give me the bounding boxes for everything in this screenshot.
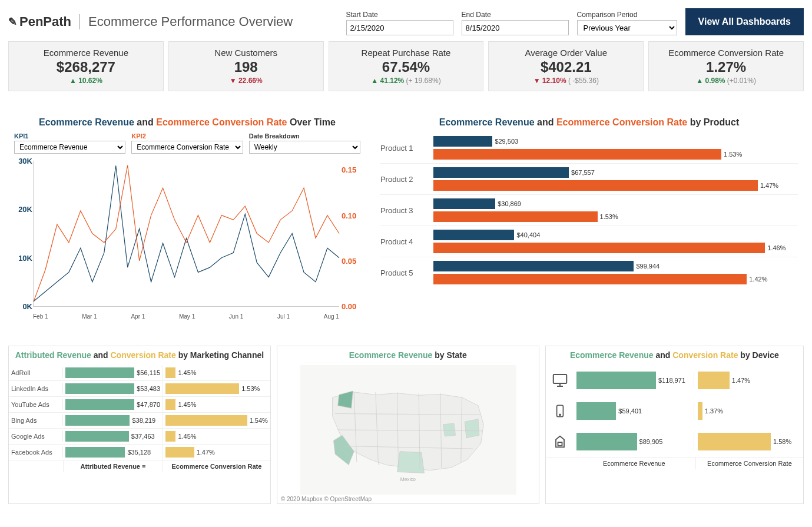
title-part: by Product bbox=[690, 117, 740, 127]
revenue-label: $67,557 bbox=[571, 169, 595, 176]
start-date-input[interactable] bbox=[346, 20, 453, 35]
x-tick: Jun 1 bbox=[229, 313, 243, 320]
revenue-label: $53,483 bbox=[137, 385, 160, 392]
revenue-label: $40,404 bbox=[516, 231, 540, 238]
kpi-value: 1.27% bbox=[652, 59, 800, 75]
conv-bar bbox=[698, 372, 730, 389]
svg-text:Mexico: Mexico bbox=[400, 477, 416, 482]
channel-name: Bing Ads bbox=[9, 415, 63, 426]
arrow-up-icon: ▲ 41.12% bbox=[371, 77, 404, 85]
view-all-dashboards-button[interactable]: View All Dashboards bbox=[685, 8, 804, 35]
channel-name: YouTube Ads bbox=[9, 399, 63, 410]
revenue-bar bbox=[433, 167, 569, 178]
x-tick: Jul 1 bbox=[277, 313, 290, 320]
tablet-icon bbox=[549, 431, 571, 452]
brand-logo: ✎ PenPath bbox=[8, 14, 80, 29]
kpi-value: 67.54% bbox=[333, 59, 480, 75]
revenue-bar bbox=[576, 402, 617, 420]
kpi-row: Ecommerce Revenue $268,277 ▲ 10.62% New … bbox=[0, 41, 812, 97]
conv-label: 1.53% bbox=[724, 151, 742, 158]
product-name: Product 5 bbox=[380, 269, 433, 277]
kpi1-select[interactable]: Ecommerce Revenue bbox=[14, 141, 125, 154]
kpi-card: Ecommerce Conversion Rate 1.27% ▲ 0.98% … bbox=[648, 41, 804, 91]
title-part: and bbox=[537, 117, 556, 127]
pen-icon: ✎ bbox=[8, 15, 17, 28]
end-date-input[interactable] bbox=[462, 20, 569, 35]
title-part: and bbox=[655, 350, 672, 360]
bottom-row: Attributed Revenue and Conversion Rate b… bbox=[0, 334, 812, 512]
header-controls: Start Date End Date Comparison Period Pr… bbox=[346, 8, 804, 35]
channel-row: Bing Ads $38,219 1.54% bbox=[9, 412, 270, 428]
revenue-label: $29,503 bbox=[495, 138, 518, 145]
svg-point-15 bbox=[559, 415, 561, 416]
kpi-value: $402.21 bbox=[492, 59, 639, 75]
y1-tick: 10K bbox=[16, 253, 32, 262]
conv-bar bbox=[165, 447, 194, 458]
conv-label: 1.53% bbox=[241, 385, 260, 392]
col-header: Attributed Revenue bbox=[81, 463, 140, 470]
product-row: Product 1 $29,503 1.53% bbox=[380, 132, 798, 163]
revenue-bar bbox=[576, 433, 637, 450]
col-header: Ecommerce Conversion Rate bbox=[696, 458, 803, 469]
kpi-card: Repeat Purchase Rate 67.54% ▲ 41.12% (+ … bbox=[329, 41, 484, 91]
mid-row: Ecommerce Revenue and Ecommerce Conversi… bbox=[0, 97, 812, 334]
arrow-down-icon: ▼ 22.66% bbox=[230, 77, 263, 85]
conv-label: 1.53% bbox=[600, 213, 618, 220]
start-date-label: Start Date bbox=[346, 11, 453, 19]
conv-bar bbox=[698, 402, 702, 420]
revenue-bar bbox=[65, 367, 134, 378]
title-part: and bbox=[94, 350, 111, 360]
title-part-and: and bbox=[137, 117, 156, 127]
header: ✎ PenPath Ecommerce Performance Overview… bbox=[0, 0, 812, 41]
channel-row: Google Ads $37,463 1.45% bbox=[9, 428, 270, 444]
conv-bar bbox=[698, 433, 771, 450]
conv-bar bbox=[433, 243, 765, 253]
x-tick: Aug 1 bbox=[324, 313, 339, 320]
revenue-label: $37,463 bbox=[131, 433, 155, 440]
conv-label: 1.37% bbox=[705, 407, 723, 415]
over-time-panel: Ecommerce Revenue and Ecommerce Conversi… bbox=[8, 115, 366, 328]
product-name: Product 2 bbox=[380, 175, 433, 184]
date-breakdown-label: Date Breakdown bbox=[249, 132, 360, 140]
conv-bar bbox=[433, 274, 747, 284]
mobile-icon bbox=[549, 400, 571, 422]
kpi2-select[interactable]: Ecommerce Conversion Rate bbox=[131, 141, 243, 154]
conv-bar bbox=[165, 431, 175, 442]
arrow-up-icon: ▲ 0.98% bbox=[696, 77, 725, 85]
title-part: Attributed Revenue bbox=[15, 350, 91, 360]
usa-map[interactable]: Mexico bbox=[277, 365, 539, 495]
col-header: Ecommerce Conversion Rate bbox=[163, 460, 270, 472]
kpi-title: Average Order Value bbox=[492, 48, 639, 58]
kpi-delta: ▼ 22.66% bbox=[173, 77, 320, 85]
comparison-select[interactable]: Previous Year bbox=[577, 20, 677, 35]
title-part: by State bbox=[435, 350, 466, 360]
date-breakdown-select[interactable]: Weekly bbox=[249, 141, 360, 154]
title-part: Conversion Rate bbox=[672, 350, 738, 360]
conv-label: 1.42% bbox=[749, 276, 767, 283]
kpi-delta: ▲ 10.62% bbox=[12, 77, 160, 85]
kpi-delta: ▼ 12.10% ( -$55.36) bbox=[492, 77, 639, 85]
title-part: Conversion Rate bbox=[111, 350, 176, 360]
revenue-label: $30,869 bbox=[498, 200, 521, 207]
kpi-title: Ecommerce Revenue bbox=[12, 48, 160, 58]
product-row: Product 3 $30,869 1.53% bbox=[380, 194, 798, 226]
end-date-label: End Date bbox=[462, 11, 569, 19]
channel-row: LinkedIn Ads $53,483 1.53% bbox=[9, 380, 270, 396]
revenue-bar bbox=[65, 415, 130, 426]
revenue-label: $38,219 bbox=[132, 417, 155, 424]
channel-name: Facebook Ads bbox=[9, 446, 63, 458]
revenue-bar bbox=[433, 230, 515, 240]
svg-rect-16 bbox=[558, 442, 562, 446]
kpi-title: Repeat Purchase Rate bbox=[333, 48, 480, 58]
revenue-bar bbox=[65, 399, 134, 410]
y2-tick: 0.10 bbox=[342, 211, 359, 220]
conv-label: 1.45% bbox=[178, 433, 196, 440]
conv-bar bbox=[433, 180, 758, 191]
x-tick: Feb 1 bbox=[33, 313, 48, 320]
revenue-bar bbox=[65, 383, 134, 394]
title-part-revenue: Ecommerce Revenue bbox=[39, 117, 134, 127]
sort-icon[interactable]: ≡ bbox=[142, 463, 145, 470]
conv-bar bbox=[165, 367, 175, 378]
y2-tick: 0.00 bbox=[342, 302, 359, 311]
map-attribution: © 2020 Mapbox © OpenStreetMap bbox=[277, 495, 539, 503]
